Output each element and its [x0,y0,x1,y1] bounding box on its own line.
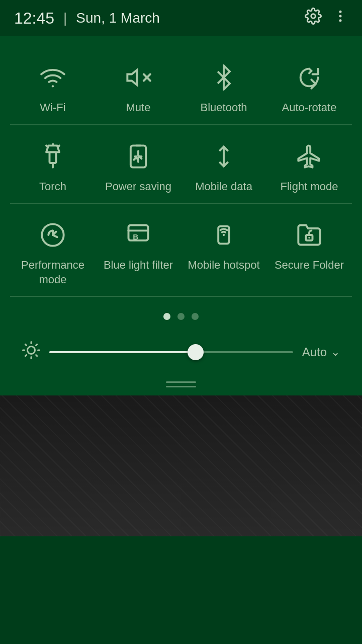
svg-point-1 [339,11,342,13]
brightness-auto-label: Auto [302,345,327,359]
svg-line-33 [36,345,37,346]
wallpaper-area [0,395,362,536]
mute-icon [123,62,153,93]
autorotate-label: Auto-rotate [282,101,337,115]
performancemode-label: Performance mode [15,258,90,287]
status-bar: 12:45 | Sun, 1 March [0,0,362,36]
svg-rect-8 [50,152,56,163]
qs-tile-autorotate[interactable]: Auto-rotate [266,51,352,125]
brightness-row: Auto ⌄ [10,332,352,374]
powersaving-label: Power saving [105,180,171,194]
brightness-track [49,351,293,353]
handle-lines [166,381,196,387]
autorotate-icon [294,62,324,93]
handle-bar[interactable] [10,374,352,395]
svg-point-2 [339,15,342,18]
page-dot-2[interactable] [177,313,185,320]
bluelightfilter-label: Blue light filter [104,258,173,273]
svg-text:B: B [133,232,138,241]
status-right [305,8,348,29]
qs-row-3: Performance mode B Blue light filter [10,209,352,297]
bluetooth-label: Bluetooth [201,101,247,115]
status-time: 12:45 [14,9,54,28]
qs-row-1: Wi-Fi Mute Bluetooth [10,51,352,125]
wifi-label: Wi-Fi [40,101,65,115]
wifi-icon [38,62,68,93]
qs-tile-mobiledata[interactable]: Mobile data [181,130,266,204]
torch-icon [38,141,68,172]
svg-marker-5 [127,70,137,85]
mobiledata-label: Mobile data [195,180,252,194]
bluetooth-icon [209,62,239,93]
securefolder-label: Secure Folder [275,258,344,273]
brightness-fill [49,351,196,353]
bluelightfilter-icon: B [123,220,153,250]
qs-tile-wifi[interactable]: Wi-Fi [10,51,96,125]
brightness-icon [22,341,40,363]
qs-tile-bluetooth[interactable]: Bluetooth [181,51,266,125]
torch-label: Torch [39,180,66,194]
quick-settings-panel: Wi-Fi Mute Bluetooth [0,36,362,395]
mobilehotspot-icon [209,220,239,250]
mobilehotspot-label: Mobile hotspot [188,258,259,273]
qs-tile-mobilehotspot[interactable]: Mobile hotspot [181,209,266,297]
page-dot-1[interactable] [163,313,170,320]
svg-line-28 [25,345,26,346]
settings-icon[interactable] [305,8,322,29]
handle-line-2 [166,386,196,387]
chevron-down-icon: ⌄ [331,346,340,359]
flightmode-icon [294,141,324,172]
svg-point-4 [52,85,54,87]
status-date: Sun, 1 March [76,10,160,26]
flightmode-label: Flight mode [281,180,338,194]
brightness-thumb[interactable] [188,344,204,360]
svg-point-22 [223,234,225,236]
svg-line-12 [58,145,59,146]
status-divider: | [63,10,67,26]
qs-tile-performancemode[interactable]: Performance mode [10,209,96,297]
brightness-auto[interactable]: Auto ⌄ [302,345,340,359]
status-left: 12:45 | Sun, 1 March [14,9,160,28]
qs-tile-flightmode[interactable]: Flight mode [266,130,352,204]
more-options-icon[interactable] [333,8,348,29]
brightness-slider[interactable] [49,343,293,361]
qs-row-2: Torch Power saving [10,130,352,204]
powersaving-icon [123,141,153,172]
qs-tile-powersaving[interactable]: Power saving [96,130,181,204]
handle-line-1 [166,381,196,383]
securefolder-icon [294,220,324,250]
svg-point-25 [28,347,35,354]
qs-tile-mute[interactable]: Mute [96,51,181,125]
mute-label: Mute [126,101,151,115]
svg-point-0 [311,14,316,19]
qs-tile-securefolder[interactable]: Secure Folder [266,209,352,297]
svg-line-29 [36,355,37,356]
page-indicators [10,302,352,332]
page-dot-3[interactable] [192,313,199,320]
mobiledata-icon [209,141,239,172]
performancemode-icon [38,220,68,250]
svg-point-24 [308,237,310,238]
svg-line-11 [46,145,47,146]
qs-tile-torch[interactable]: Torch [10,130,96,204]
qs-tile-bluelightfilter[interactable]: B Blue light filter [96,209,181,297]
svg-point-3 [339,19,342,22]
svg-line-32 [25,355,26,356]
